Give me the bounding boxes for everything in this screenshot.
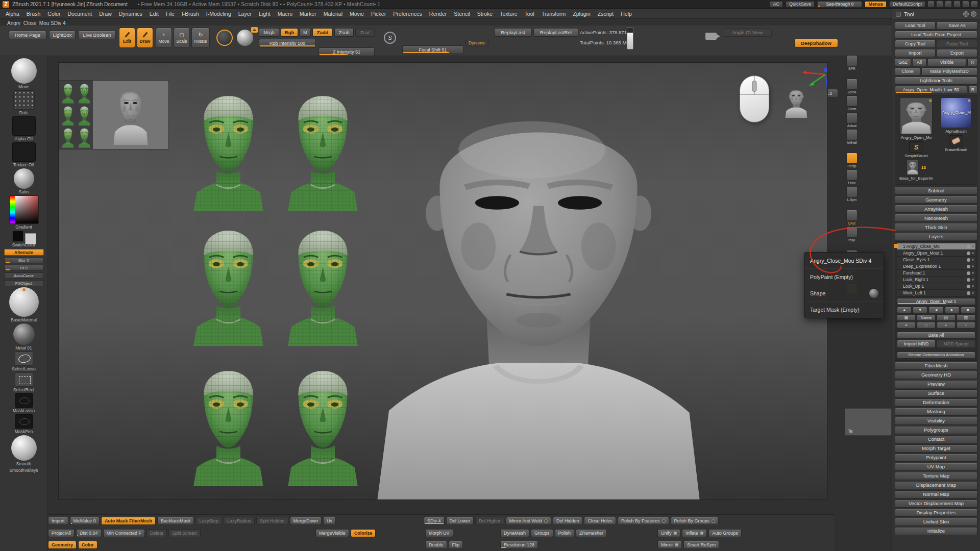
- replay-last-rel-button[interactable]: ReplayLastRel: [533, 28, 578, 37]
- right-shelf-item[interactable]: AAHalf: [846, 129, 857, 144]
- draw-button[interactable]: Draw: [137, 28, 153, 48]
- menu-item[interactable]: Preferences: [389, 10, 426, 18]
- palette-icon[interactable]: [945, 1, 951, 7]
- left-shelf-item[interactable]: Smooth: [0, 435, 47, 466]
- pen-icon[interactable]: [937, 1, 943, 7]
- bake-all-button[interactable]: Bake All: [897, 332, 975, 339]
- rgb-button[interactable]: Rgb: [281, 28, 298, 37]
- tool-palette-header[interactable]: Tool: [892, 9, 980, 20]
- layer-eye-icon[interactable]: [967, 291, 970, 295]
- tray-button[interactable]: Unify: [657, 529, 680, 537]
- context-menu-item-shape[interactable]: Shape: [805, 285, 884, 302]
- tool-subpalette[interactable]: Geometry: [895, 195, 977, 204]
- tool-subpalette[interactable]: Morph Target: [895, 444, 977, 453]
- left-shelf-item[interactable]: SwitchColor: [0, 231, 47, 247]
- layer-intensity-slider[interactable]: Angry_Open_Mout 1: [897, 298, 975, 305]
- tool-subpalette[interactable]: UV Map: [895, 463, 977, 471]
- tray-button[interactable]: Polish By Groups: [671, 517, 719, 525]
- menu-item[interactable]: Texture: [496, 10, 521, 18]
- left-shelf-item[interactable]: MaskLasso: [0, 393, 47, 413]
- left-shelf-item[interactable]: MaskPen: [0, 414, 47, 434]
- tool-subpalette[interactable]: Surface: [895, 389, 977, 397]
- tool-subpalette[interactable]: Normal Map: [895, 490, 977, 498]
- dynamic-toggle[interactable]: Dynamic: [465, 39, 488, 46]
- layer-tool-button[interactable]: ▲: [897, 307, 912, 313]
- tool-subpalette[interactable]: Preview: [895, 380, 977, 388]
- context-menu-item-target-mask[interactable]: Target Mask (Empty): [805, 302, 884, 318]
- tool-subpalette[interactable]: ArrayMesh: [895, 205, 977, 213]
- layer-row[interactable]: Forehead 1: [897, 270, 975, 277]
- left-shelf-item[interactable]: SelectLasso: [0, 352, 47, 371]
- home-page-button[interactable]: Home Page: [9, 31, 46, 39]
- layer-record-icon[interactable]: [972, 252, 974, 254]
- import-mdd-button[interactable]: Import MDD: [897, 340, 936, 348]
- right-shelf-item[interactable]: Qxyz: [846, 210, 857, 225]
- layer-eye-icon[interactable]: [967, 265, 970, 268]
- tool-subpalette[interactable]: Contact: [895, 435, 977, 443]
- deep-shadow-button[interactable]: DeepShadow: [794, 39, 838, 47]
- layer-row[interactable]: Deep_Expression 1: [897, 263, 975, 270]
- export-button[interactable]: Export: [937, 49, 977, 57]
- left-shelf-item[interactable]: Dots: [0, 90, 47, 115]
- copy-tool-button[interactable]: Copy Tool: [895, 40, 936, 48]
- tray-button[interactable]: Morph UV: [425, 529, 453, 537]
- tray-button[interactable]: Polish By Features: [618, 517, 669, 525]
- menu-item[interactable]: Light: [255, 10, 274, 18]
- tool-subpalette[interactable]: Polypaint: [895, 454, 977, 462]
- tray-button[interactable]: ZRemesher: [576, 529, 607, 537]
- tool-subpalette[interactable]: Geometry HD: [895, 371, 977, 379]
- tray-button[interactable]: Mirror: [657, 541, 682, 549]
- menu-item[interactable]: Edit: [146, 10, 162, 18]
- layer-tool-button[interactable]: ■: [961, 307, 975, 313]
- left-shelf-item[interactable]: Satin: [0, 168, 47, 194]
- layer-row[interactable]: 1 Angry_Close_Mo: [897, 243, 975, 250]
- layer-row[interactable]: Wink_Left 1: [897, 290, 975, 296]
- tray-button[interactable]: Import: [48, 517, 68, 525]
- layer-tool-button[interactable]: ▦: [897, 314, 916, 321]
- menu-item[interactable]: Color: [44, 10, 64, 18]
- layer-record-icon[interactable]: [972, 265, 974, 267]
- menu-item[interactable]: Render: [426, 10, 450, 18]
- tray-button[interactable]: Smart ReSym: [683, 541, 719, 549]
- z-intensity-slider[interactable]: Z Intensity 51: [318, 47, 375, 56]
- layer-tool-button[interactable]: ▪: [937, 322, 955, 329]
- m-button[interactable]: M: [300, 28, 311, 37]
- doc-icon[interactable]: [954, 1, 960, 7]
- menu-item[interactable]: Stroke: [474, 10, 496, 18]
- zsub-button[interactable]: Zsub: [334, 28, 354, 37]
- menu-item[interactable]: Document: [64, 10, 95, 18]
- right-shelf-item[interactable]: Actual: [846, 112, 857, 128]
- tray-button[interactable]: Resolution 128: [500, 541, 538, 549]
- layer-tool-button[interactable]: □: [917, 322, 936, 329]
- tray-button[interactable]: Delete: [146, 529, 167, 537]
- layer-eye-icon[interactable]: [967, 258, 970, 262]
- menu-item[interactable]: Picker: [368, 10, 389, 18]
- tool-subpalette[interactable]: Thick Skin: [895, 223, 977, 231]
- tray-button[interactable]: Auto Groups: [708, 529, 742, 537]
- layer-tool-button[interactable]: Name: [917, 314, 936, 321]
- layer-record-icon[interactable]: [972, 245, 974, 247]
- tool-name-slider[interactable]: Angry_Open_Mouth_Low. 50: [895, 86, 967, 94]
- mrgb-button[interactable]: Mrgb: [259, 28, 279, 37]
- left-shelf-item[interactable]: Metal 01: [0, 323, 47, 350]
- tray-button[interactable]: Del Hidden: [553, 517, 583, 525]
- layer-eye-icon[interactable]: [967, 271, 970, 275]
- right-shelf-item[interactable]: Floor: [846, 169, 857, 185]
- menus-button[interactable]: Menus: [865, 1, 887, 8]
- tray-button[interactable]: LazyStep: [195, 517, 222, 525]
- tool-subpalette[interactable]: Displacement Map: [895, 481, 977, 489]
- left-shelf-item[interactable]: Gradient: [0, 195, 47, 230]
- layer-eye-icon[interactable]: [967, 278, 970, 282]
- tray-button[interactable]: DynaMesh: [500, 529, 529, 537]
- tray-button[interactable]: Color: [78, 541, 97, 549]
- tray-button[interactable]: Split Screen: [168, 529, 201, 537]
- edit-button[interactable]: Edit: [119, 28, 135, 48]
- zadd-button[interactable]: Zadd: [312, 28, 333, 37]
- palette-circle-icon[interactable]: [971, 11, 976, 17]
- right-shelf-item[interactable]: BPR: [846, 55, 857, 70]
- layer-row[interactable]: Look_Up 1: [897, 283, 975, 290]
- tray-button[interactable]: BackfaceMask: [157, 517, 194, 525]
- stroke-type-thumbnail[interactable]: S: [909, 141, 923, 153]
- zcut-button[interactable]: Zcut: [355, 28, 375, 37]
- right-shelf-item[interactable]: L.Sym: [846, 186, 857, 202]
